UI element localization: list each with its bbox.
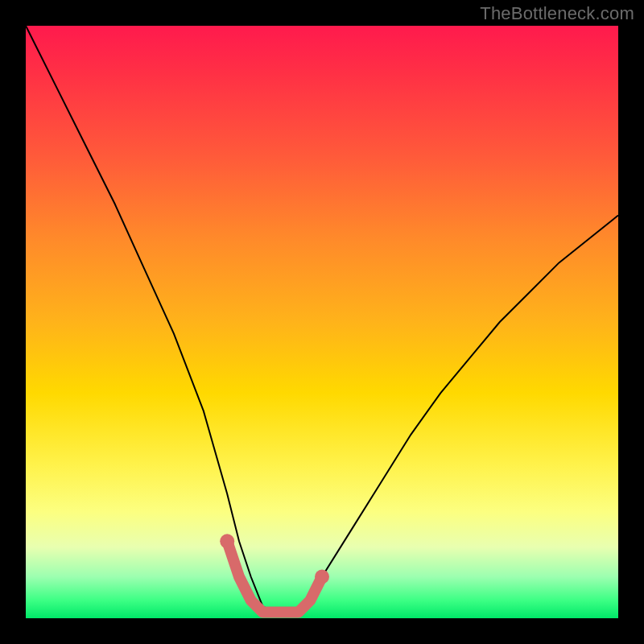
watermark-text: TheBottleneck.com bbox=[480, 3, 634, 24]
optimal-range-overlay bbox=[227, 541, 322, 612]
bottleneck-curve bbox=[26, 26, 618, 613]
optimal-endpoint-dot bbox=[220, 534, 234, 548]
curve-layer bbox=[26, 26, 618, 618]
chart-frame: TheBottleneck.com bbox=[0, 0, 644, 644]
optimal-endpoint-dot bbox=[315, 570, 329, 584]
plot-area bbox=[26, 26, 618, 618]
